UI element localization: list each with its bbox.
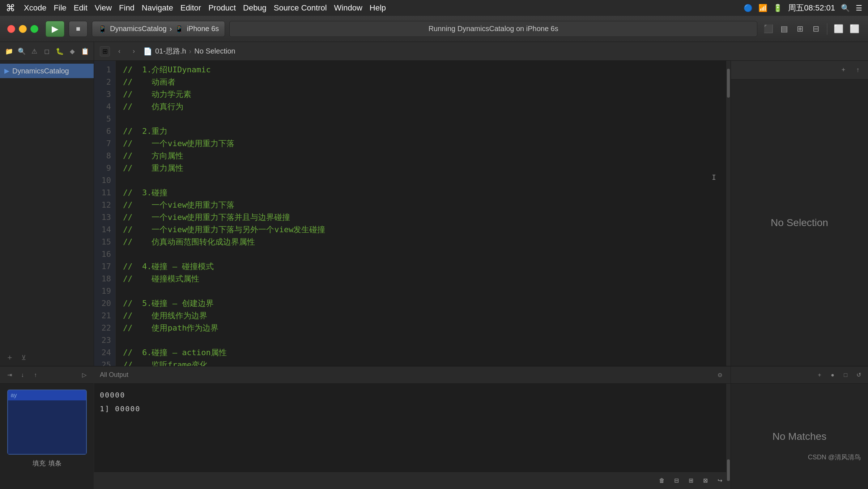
nav-search-icon[interactable]: 🔍 — [17, 46, 26, 57]
breadcrumb-separator: › — [189, 47, 192, 55]
debug-clear-button[interactable]: ⊝ — [715, 370, 725, 380]
debug-inspector-refresh-button[interactable]: ↺ — [854, 370, 864, 380]
line-num-3: 3 — [94, 88, 111, 101]
debug-area-toggle-button[interactable]: ⬜ — [832, 22, 845, 35]
code-line-18: // 碰撞模式属性 — [123, 273, 731, 285]
nav-folder-icon[interactable]: 📁 — [4, 46, 13, 57]
code-line-23 — [123, 334, 731, 346]
debug-row: ⇥ ↓ ↑ ▷ ay 填充 填条 — [0, 366, 868, 489]
menu-view[interactable]: View — [95, 3, 112, 13]
menu-product[interactable]: Product — [208, 3, 236, 13]
nav-item-dynamicscatalog[interactable]: ▶ DynamicsCatalog — [0, 64, 94, 78]
phone-preview: ay — [7, 390, 87, 455]
debug-control-row: 填充 填条 — [28, 459, 66, 468]
menubar-battery-icon: 🔋 — [773, 4, 782, 12]
line-num-23: 23 — [94, 334, 111, 346]
fullscreen-button[interactable] — [30, 25, 38, 33]
editor-main-row: 1 2 3 4 5 6 7 8 9 10 11 12 13 14 — [94, 61, 868, 366]
menu-xcode[interactable]: Xcode — [24, 3, 46, 13]
editor-forward-button[interactable]: › — [129, 46, 139, 56]
scrollbar-track[interactable] — [726, 61, 731, 366]
line-num-19: 19 — [94, 285, 111, 297]
debug-console-right-buttons: ⊝ — [715, 370, 725, 380]
menu-edit[interactable]: Edit — [74, 3, 88, 13]
close-button[interactable] — [7, 25, 15, 33]
debug-scrollbar-thumb[interactable] — [727, 459, 730, 481]
jump-bar-icon[interactable]: ⊞ — [100, 46, 110, 56]
menu-editor[interactable]: Editor — [180, 3, 201, 13]
utilities-toggle-button[interactable]: ⬜ — [848, 22, 861, 35]
inspector-share-button[interactable]: ↑ — [852, 64, 864, 76]
menubar-search-icon[interactable]: 🔍 — [841, 4, 850, 12]
apple-menu[interactable]: ⌘ — [6, 3, 15, 14]
scheme-selector[interactable]: 📱 DynamicsCatalog › 📱 iPhone 6s — [92, 21, 225, 37]
line-numbers: 1 2 3 4 5 6 7 8 9 10 11 12 13 14 — [94, 61, 116, 366]
debug-expand-button[interactable]: ⊠ — [700, 476, 710, 486]
nav-debug-icon[interactable]: 🐛 — [55, 46, 64, 57]
line-num-7: 7 — [94, 137, 111, 150]
debug-inspector-add-button[interactable]: + — [814, 370, 825, 380]
menu-find[interactable]: Find — [119, 3, 135, 13]
minimize-button[interactable] — [19, 25, 27, 33]
menu-debug[interactable]: Debug — [243, 3, 267, 13]
scheme-name: DynamicsCatalog — [110, 25, 167, 33]
navigator-toggle-button[interactable]: ⬛ — [762, 22, 775, 35]
menu-file[interactable]: File — [54, 3, 66, 13]
debug-variables-panel: ⇥ ↓ ↑ ▷ ay 填充 填条 — [0, 366, 94, 489]
nav-test-icon[interactable]: ◻ — [42, 46, 51, 57]
editor-mode-standard-button[interactable]: ▤ — [778, 22, 791, 35]
run-button[interactable]: ▶ — [46, 21, 64, 37]
editor-mode-version-button[interactable]: ⊟ — [809, 22, 822, 35]
line-num-6: 6 — [94, 125, 111, 137]
code-content[interactable]: // 1.介绍UIDynamic // 动画者 // 动力学元素 // 仿真行为… — [116, 61, 731, 366]
middle-row: 📁 🔍 ⚠ ◻ 🐛 ◆ 📋 ▶ DynamicsCatalog + ⊻ — [0, 42, 868, 366]
code-editor[interactable]: 1 2 3 4 5 6 7 8 9 10 11 12 13 14 — [94, 61, 731, 366]
nav-log-icon[interactable]: 📋 — [80, 46, 89, 57]
toolbar-status-text: Running DynamicsCatalog on iPhone 6s — [429, 25, 558, 33]
debug-step-over-button[interactable]: ⇥ — [4, 370, 14, 380]
breadcrumb-selection[interactable]: No Selection — [194, 47, 235, 55]
debug-inspector-square-button[interactable]: □ — [841, 370, 851, 380]
menu-window[interactable]: Window — [334, 3, 362, 13]
scrollbar-thumb[interactable] — [727, 69, 730, 98]
code-line-16 — [123, 248, 731, 260]
editor-mode-assistant-button[interactable]: ⊞ — [793, 22, 807, 35]
device-icon: 📱 — [175, 25, 184, 33]
editor-breadcrumb: 📄 01-思路.h › No Selection — [143, 46, 235, 56]
menu-help[interactable]: Help — [370, 3, 386, 13]
debug-layout2-button[interactable]: ⊞ — [686, 476, 696, 486]
breadcrumb-icon: 📄 — [143, 47, 152, 56]
nav-add-button[interactable]: + — [4, 352, 15, 363]
debug-bar-button[interactable]: 填条 — [48, 459, 61, 468]
debug-scrollbar-track[interactable] — [726, 384, 731, 489]
phone-preview-content — [8, 400, 86, 454]
line-num-22: 22 — [94, 322, 111, 334]
debug-step-into-button[interactable]: ↓ — [17, 370, 27, 380]
inspector-add-button[interactable]: + — [838, 64, 849, 76]
debug-layout1-button[interactable]: ⊟ — [671, 476, 681, 486]
debug-var-row-2: 1] 00000 — [100, 402, 725, 416]
menu-navigate[interactable]: Navigate — [142, 3, 173, 13]
menu-source-control[interactable]: Source Control — [274, 3, 327, 13]
nav-filter-button[interactable]: ⊻ — [18, 352, 29, 363]
editor-column: ⊞ ‹ › 📄 01-思路.h › No Selection 1 2 3 — [94, 42, 868, 366]
editor-back-button[interactable]: ‹ — [114, 46, 124, 56]
debug-fill-button[interactable]: 填充 — [33, 459, 46, 468]
debug-step-out-button[interactable]: ↑ — [30, 370, 41, 380]
nav-issue-icon[interactable]: ⚠ — [30, 46, 39, 57]
menubar-menu-icon[interactable]: ☰ — [856, 4, 862, 12]
debug-jump-button[interactable]: ↪ — [715, 476, 725, 486]
debug-simulate-button[interactable]: ▷ — [79, 370, 89, 380]
stop-button[interactable]: ■ — [69, 21, 88, 37]
nav-breakpoint-icon[interactable]: ◆ — [68, 46, 77, 57]
debug-inspector-record-button[interactable]: ● — [827, 370, 838, 380]
line-num-21: 21 — [94, 310, 111, 322]
toolbar-right-buttons: ⬛ ▤ ⊞ ⊟ ⬜ ⬜ — [762, 22, 861, 35]
menubar-time: 周五08:52:01 — [788, 3, 835, 13]
debug-console-label: All Output — [100, 371, 128, 379]
debug-inspector-panel: + ● □ ↺ No Matches — [731, 366, 868, 489]
breadcrumb-file[interactable]: 01-思路.h — [155, 46, 186, 56]
debug-inspector-toolbar: + ● □ ↺ — [731, 366, 868, 384]
line-num-14: 14 — [94, 224, 111, 236]
debug-trash-button[interactable]: 🗑 — [657, 476, 667, 486]
